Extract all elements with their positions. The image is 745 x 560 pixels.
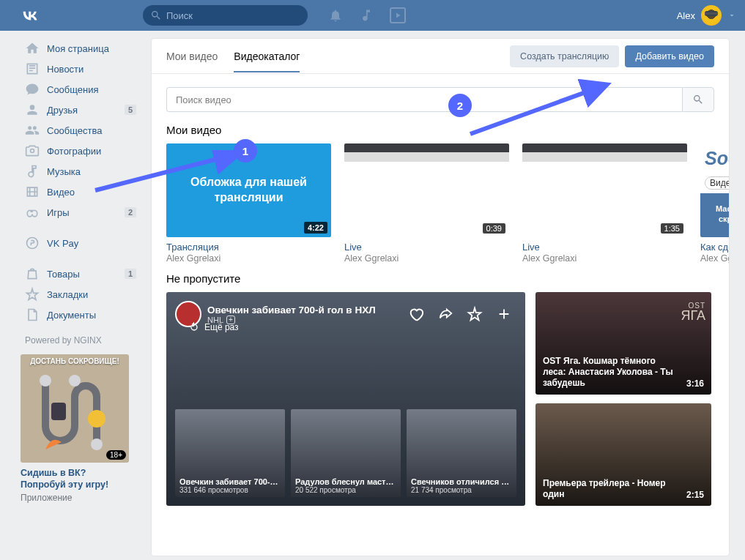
featured-sub-thumb[interactable]: Свечников отличился в ОТ21 734 просмотра xyxy=(407,409,516,497)
ad-text: Сидишь в ВК? Попробуй эту игру! xyxy=(21,467,129,491)
create-stream-button[interactable]: Создать трансляцию xyxy=(510,45,619,67)
header-search-input[interactable] xyxy=(166,10,289,21)
games-icon xyxy=(25,205,40,220)
sidebar-item-my-page[interactable]: Моя страница xyxy=(21,38,141,59)
video-box-icon[interactable] xyxy=(390,7,406,23)
featured-sub-thumb[interactable]: Овечкин забивает 700-й г…331 646 просмот… xyxy=(175,409,285,497)
sidebar-item-games[interactable]: Игры2 xyxy=(21,202,141,223)
section-title-my-videos: Мои видео xyxy=(152,115,729,143)
header-user[interactable]: Alex xyxy=(677,5,736,26)
video-title: Live xyxy=(344,242,509,253)
dontmiss-row: Овечкин забивает 700-й гол в НХЛ NHL+ Ещ… xyxy=(152,292,729,506)
home-icon xyxy=(25,41,40,56)
video-card[interactable]: 1:35 Live Alex Ggrelaxi xyxy=(522,143,687,264)
tab-video-catalog[interactable]: Видеокаталог xyxy=(234,40,300,72)
search-icon xyxy=(150,10,162,21)
sidebar-item-news[interactable]: Новости xyxy=(21,59,141,79)
sidebar-item-music[interactable]: Музыка xyxy=(21,161,141,182)
music-note-icon[interactable] xyxy=(359,8,374,23)
svg-point-2 xyxy=(69,375,81,387)
video-thumb: SocВиде Мастескри xyxy=(700,143,729,237)
featured-small-duration: 3:16 xyxy=(686,378,704,389)
sidebar: Моя страница Новости Сообщения Друзья5 С… xyxy=(21,38,141,556)
my-videos-row: Обложка для нашейтрансляции 4:22 Трансля… xyxy=(152,143,729,264)
video-search-button[interactable] xyxy=(682,87,714,112)
featured-big[interactable]: Овечкин забивает 700-й гол в НХЛ NHL+ Ещ… xyxy=(166,292,525,506)
video-search-input[interactable] xyxy=(166,87,682,112)
tab-my-videos[interactable]: Мои видео xyxy=(166,40,218,72)
video-author: Alex Ggrelaxi xyxy=(166,253,331,264)
replay-label[interactable]: Ещё раз xyxy=(188,321,239,333)
share-icon[interactable] xyxy=(437,306,453,322)
powered-by: Powered by NGINX xyxy=(25,335,141,346)
music-icon xyxy=(25,164,40,179)
search-icon xyxy=(692,94,704,105)
main-panel: Мои видео Видеокаталог Создать трансляци… xyxy=(151,38,730,556)
bookmarks-icon xyxy=(25,287,40,302)
header-icons xyxy=(328,7,406,23)
photos-icon xyxy=(25,143,40,158)
video-icon xyxy=(25,184,40,199)
video-author: Alex Ggrelaxi xyxy=(344,253,509,264)
video-duration: 1:35 xyxy=(661,223,683,234)
badge: 2 xyxy=(125,207,136,217)
section-title-dontmiss: Не пропустите xyxy=(152,264,729,292)
sidebar-item-video[interactable]: Видео xyxy=(21,182,141,202)
video-thumb: 1:35 xyxy=(522,143,687,237)
video-card[interactable]: SocВиде Мастескри Как сдела Alex Ggr xyxy=(700,143,729,264)
ad-banner-title: ДОСТАНЬ СОКРОВИЩЕ! xyxy=(21,357,129,365)
svg-point-1 xyxy=(40,375,51,387)
friends-icon xyxy=(25,102,40,117)
header-search[interactable] xyxy=(143,5,308,26)
sidebar-item-vkpay[interactable]: VK Pay xyxy=(21,233,141,253)
header-bar: Alex xyxy=(0,0,745,31)
news-icon xyxy=(25,61,40,76)
video-card[interactable]: 0:39 Live Alex Ggrelaxi xyxy=(344,143,509,264)
vkpay-icon xyxy=(25,236,40,250)
messages-icon xyxy=(25,82,40,97)
sidebar-item-messages[interactable]: Сообщения xyxy=(21,79,141,100)
sidebar-item-groups[interactable]: Сообщества xyxy=(21,120,141,141)
svg-point-4 xyxy=(88,410,105,428)
badge: 5 xyxy=(125,105,136,115)
avatar xyxy=(701,5,722,26)
replay-icon xyxy=(188,321,200,333)
badge: 1 xyxy=(125,269,136,279)
featured-small-duration: 2:15 xyxy=(686,490,704,500)
featured-small-title: OST Яга. Кошмар тёмного леса: Анастасия … xyxy=(543,356,675,389)
video-title: Live xyxy=(522,242,687,253)
video-duration: 4:22 xyxy=(304,222,327,234)
featured-sub-thumb[interactable]: Радулов блеснул мастерс…20 522 просмотра xyxy=(291,409,401,497)
like-icon[interactable] xyxy=(408,306,424,322)
star-icon[interactable] xyxy=(467,306,483,322)
video-title: Трансляция xyxy=(166,242,331,253)
sidebar-item-bookmarks[interactable]: Закладки xyxy=(21,284,141,305)
yaga-tag: OSTЯГА xyxy=(681,298,705,321)
video-author: Alex Ggr xyxy=(700,253,729,264)
market-icon xyxy=(25,266,40,281)
chevron-down-icon xyxy=(727,11,736,20)
featured-small[interactable]: OSTЯГА OST Яга. Кошмар тёмного леса: Ана… xyxy=(535,292,711,395)
svg-point-3 xyxy=(91,438,103,450)
featured-title: Овечкин забивает 700-й гол в НХЛ xyxy=(207,305,402,316)
sidebar-item-friends[interactable]: Друзья5 xyxy=(21,100,141,120)
add-video-button[interactable]: Добавить видео xyxy=(625,45,714,67)
tabs: Мои видео Видеокаталог Создать трансляци… xyxy=(152,39,729,74)
video-title: Как сдела xyxy=(700,242,729,253)
ad-category: Приложение xyxy=(21,493,129,503)
bell-icon[interactable] xyxy=(328,8,343,23)
vk-logo-icon[interactable] xyxy=(20,5,40,26)
add-icon[interactable] xyxy=(496,306,512,322)
video-duration: 0:39 xyxy=(483,223,505,234)
sidebar-item-market[interactable]: Товары1 xyxy=(21,264,141,284)
sidebar-item-photos[interactable]: Фотографии xyxy=(21,141,141,161)
video-thumb: 0:39 xyxy=(344,143,509,237)
sidebar-item-docs[interactable]: Документы xyxy=(21,305,141,325)
featured-small[interactable]: Премьера трейлера - Номер один 2:15 xyxy=(535,403,711,506)
ad-block[interactable]: ДОСТАНЬ СОКРОВИЩЕ! 18+ Сидишь в ВК? Попр… xyxy=(21,354,129,503)
video-author: Alex Ggrelaxi xyxy=(522,253,687,264)
video-search xyxy=(152,74,729,115)
annotation-bubble-1: 1 xyxy=(234,139,257,163)
docs-icon xyxy=(25,307,40,322)
ad-age-badge: 18+ xyxy=(106,450,126,460)
